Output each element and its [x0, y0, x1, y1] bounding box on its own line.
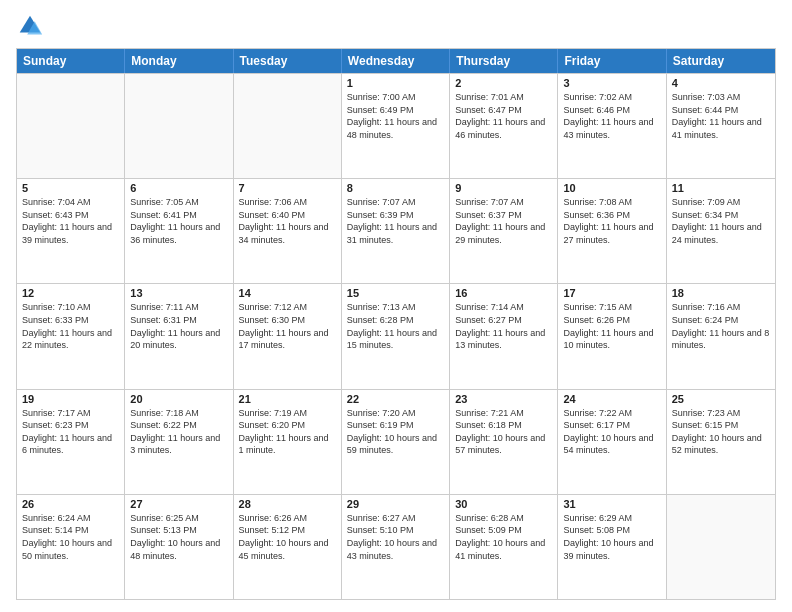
day-info: Sunrise: 6:26 AM Sunset: 5:12 PM Dayligh… — [239, 512, 336, 562]
calendar-day-14: 14Sunrise: 7:12 AM Sunset: 6:30 PM Dayli… — [234, 284, 342, 388]
calendar-day-21: 21Sunrise: 7:19 AM Sunset: 6:20 PM Dayli… — [234, 390, 342, 494]
day-number: 7 — [239, 182, 336, 194]
day-info: Sunrise: 7:00 AM Sunset: 6:49 PM Dayligh… — [347, 91, 444, 141]
day-info: Sunrise: 7:14 AM Sunset: 6:27 PM Dayligh… — [455, 301, 552, 351]
day-number: 24 — [563, 393, 660, 405]
day-info: Sunrise: 7:01 AM Sunset: 6:47 PM Dayligh… — [455, 91, 552, 141]
calendar-day-8: 8Sunrise: 7:07 AM Sunset: 6:39 PM Daylig… — [342, 179, 450, 283]
calendar-day-6: 6Sunrise: 7:05 AM Sunset: 6:41 PM Daylig… — [125, 179, 233, 283]
day-info: Sunrise: 7:20 AM Sunset: 6:19 PM Dayligh… — [347, 407, 444, 457]
day-info: Sunrise: 7:09 AM Sunset: 6:34 PM Dayligh… — [672, 196, 770, 246]
day-number: 27 — [130, 498, 227, 510]
day-number: 21 — [239, 393, 336, 405]
day-info: Sunrise: 7:06 AM Sunset: 6:40 PM Dayligh… — [239, 196, 336, 246]
day-info: Sunrise: 7:21 AM Sunset: 6:18 PM Dayligh… — [455, 407, 552, 457]
calendar-day-19: 19Sunrise: 7:17 AM Sunset: 6:23 PM Dayli… — [17, 390, 125, 494]
day-header-friday: Friday — [558, 49, 666, 73]
day-number: 31 — [563, 498, 660, 510]
day-number: 25 — [672, 393, 770, 405]
day-number: 17 — [563, 287, 660, 299]
calendar-day-30: 30Sunrise: 6:28 AM Sunset: 5:09 PM Dayli… — [450, 495, 558, 599]
day-number: 3 — [563, 77, 660, 89]
day-info: Sunrise: 7:07 AM Sunset: 6:39 PM Dayligh… — [347, 196, 444, 246]
calendar-day-empty — [17, 74, 125, 178]
day-info: Sunrise: 7:02 AM Sunset: 6:46 PM Dayligh… — [563, 91, 660, 141]
day-number: 8 — [347, 182, 444, 194]
calendar-day-13: 13Sunrise: 7:11 AM Sunset: 6:31 PM Dayli… — [125, 284, 233, 388]
day-info: Sunrise: 7:16 AM Sunset: 6:24 PM Dayligh… — [672, 301, 770, 351]
day-header-tuesday: Tuesday — [234, 49, 342, 73]
calendar-day-31: 31Sunrise: 6:29 AM Sunset: 5:08 PM Dayli… — [558, 495, 666, 599]
calendar-week-4: 19Sunrise: 7:17 AM Sunset: 6:23 PM Dayli… — [17, 389, 775, 494]
day-header-sunday: Sunday — [17, 49, 125, 73]
day-number: 26 — [22, 498, 119, 510]
day-number: 29 — [347, 498, 444, 510]
day-info: Sunrise: 7:15 AM Sunset: 6:26 PM Dayligh… — [563, 301, 660, 351]
calendar-day-22: 22Sunrise: 7:20 AM Sunset: 6:19 PM Dayli… — [342, 390, 450, 494]
calendar-day-15: 15Sunrise: 7:13 AM Sunset: 6:28 PM Dayli… — [342, 284, 450, 388]
day-number: 4 — [672, 77, 770, 89]
calendar-day-24: 24Sunrise: 7:22 AM Sunset: 6:17 PM Dayli… — [558, 390, 666, 494]
day-info: Sunrise: 6:29 AM Sunset: 5:08 PM Dayligh… — [563, 512, 660, 562]
calendar-header-row: SundayMondayTuesdayWednesdayThursdayFrid… — [17, 49, 775, 73]
day-header-wednesday: Wednesday — [342, 49, 450, 73]
calendar-week-5: 26Sunrise: 6:24 AM Sunset: 5:14 PM Dayli… — [17, 494, 775, 599]
calendar-day-empty — [234, 74, 342, 178]
day-number: 5 — [22, 182, 119, 194]
day-number: 14 — [239, 287, 336, 299]
day-header-monday: Monday — [125, 49, 233, 73]
calendar-day-2: 2Sunrise: 7:01 AM Sunset: 6:47 PM Daylig… — [450, 74, 558, 178]
calendar-day-10: 10Sunrise: 7:08 AM Sunset: 6:36 PM Dayli… — [558, 179, 666, 283]
day-info: Sunrise: 7:05 AM Sunset: 6:41 PM Dayligh… — [130, 196, 227, 246]
day-info: Sunrise: 7:10 AM Sunset: 6:33 PM Dayligh… — [22, 301, 119, 351]
day-number: 15 — [347, 287, 444, 299]
day-info: Sunrise: 7:11 AM Sunset: 6:31 PM Dayligh… — [130, 301, 227, 351]
day-number: 30 — [455, 498, 552, 510]
day-info: Sunrise: 7:22 AM Sunset: 6:17 PM Dayligh… — [563, 407, 660, 457]
day-number: 6 — [130, 182, 227, 194]
day-info: Sunrise: 6:28 AM Sunset: 5:09 PM Dayligh… — [455, 512, 552, 562]
day-number: 20 — [130, 393, 227, 405]
day-number: 11 — [672, 182, 770, 194]
day-info: Sunrise: 7:13 AM Sunset: 6:28 PM Dayligh… — [347, 301, 444, 351]
day-info: Sunrise: 7:07 AM Sunset: 6:37 PM Dayligh… — [455, 196, 552, 246]
calendar-day-12: 12Sunrise: 7:10 AM Sunset: 6:33 PM Dayli… — [17, 284, 125, 388]
day-number: 2 — [455, 77, 552, 89]
calendar-day-11: 11Sunrise: 7:09 AM Sunset: 6:34 PM Dayli… — [667, 179, 775, 283]
day-number: 9 — [455, 182, 552, 194]
day-info: Sunrise: 7:19 AM Sunset: 6:20 PM Dayligh… — [239, 407, 336, 457]
calendar-day-25: 25Sunrise: 7:23 AM Sunset: 6:15 PM Dayli… — [667, 390, 775, 494]
day-info: Sunrise: 7:04 AM Sunset: 6:43 PM Dayligh… — [22, 196, 119, 246]
calendar-day-18: 18Sunrise: 7:16 AM Sunset: 6:24 PM Dayli… — [667, 284, 775, 388]
day-number: 1 — [347, 77, 444, 89]
day-info: Sunrise: 7:12 AM Sunset: 6:30 PM Dayligh… — [239, 301, 336, 351]
day-number: 19 — [22, 393, 119, 405]
day-info: Sunrise: 7:18 AM Sunset: 6:22 PM Dayligh… — [130, 407, 227, 457]
day-number: 10 — [563, 182, 660, 194]
day-number: 23 — [455, 393, 552, 405]
calendar-day-3: 3Sunrise: 7:02 AM Sunset: 6:46 PM Daylig… — [558, 74, 666, 178]
day-info: Sunrise: 7:08 AM Sunset: 6:36 PM Dayligh… — [563, 196, 660, 246]
day-info: Sunrise: 6:27 AM Sunset: 5:10 PM Dayligh… — [347, 512, 444, 562]
calendar: SundayMondayTuesdayWednesdayThursdayFrid… — [16, 48, 776, 600]
day-number: 28 — [239, 498, 336, 510]
calendar-day-empty — [125, 74, 233, 178]
calendar-body: 1Sunrise: 7:00 AM Sunset: 6:49 PM Daylig… — [17, 73, 775, 599]
day-info: Sunrise: 7:23 AM Sunset: 6:15 PM Dayligh… — [672, 407, 770, 457]
calendar-day-23: 23Sunrise: 7:21 AM Sunset: 6:18 PM Dayli… — [450, 390, 558, 494]
day-header-saturday: Saturday — [667, 49, 775, 73]
calendar-day-17: 17Sunrise: 7:15 AM Sunset: 6:26 PM Dayli… — [558, 284, 666, 388]
day-number: 22 — [347, 393, 444, 405]
calendar-day-5: 5Sunrise: 7:04 AM Sunset: 6:43 PM Daylig… — [17, 179, 125, 283]
calendar-week-1: 1Sunrise: 7:00 AM Sunset: 6:49 PM Daylig… — [17, 73, 775, 178]
day-info: Sunrise: 7:03 AM Sunset: 6:44 PM Dayligh… — [672, 91, 770, 141]
calendar-day-16: 16Sunrise: 7:14 AM Sunset: 6:27 PM Dayli… — [450, 284, 558, 388]
calendar-day-20: 20Sunrise: 7:18 AM Sunset: 6:22 PM Dayli… — [125, 390, 233, 494]
day-info: Sunrise: 6:25 AM Sunset: 5:13 PM Dayligh… — [130, 512, 227, 562]
day-header-thursday: Thursday — [450, 49, 558, 73]
page: SundayMondayTuesdayWednesdayThursdayFrid… — [0, 0, 792, 612]
day-number: 13 — [130, 287, 227, 299]
day-number: 16 — [455, 287, 552, 299]
day-info: Sunrise: 6:24 AM Sunset: 5:14 PM Dayligh… — [22, 512, 119, 562]
day-number: 12 — [22, 287, 119, 299]
